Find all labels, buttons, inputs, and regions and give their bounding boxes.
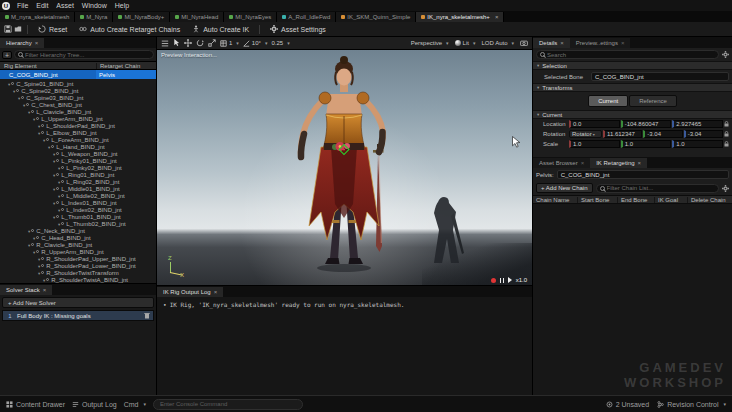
location-x-field[interactable]: 0.0	[569, 120, 620, 128]
browse-to-asset-icon[interactable]	[14, 25, 22, 33]
character-nyra[interactable]	[269, 54, 419, 279]
transforms-section-header[interactable]: Transforms	[533, 83, 732, 92]
cmd-dropdown[interactable]: Cmd	[124, 401, 146, 408]
bone-row[interactable]: L_Pinky01_BIND_jnt	[0, 157, 156, 164]
chain-column-header[interactable]: IK Goal	[654, 197, 687, 203]
scale-x-field[interactable]: 1.0	[569, 140, 620, 148]
bone-row[interactable]: R_Clavicle_BIND_jnt	[0, 241, 156, 248]
asset-tab[interactable]: M_Nyra	[75, 12, 113, 22]
tab-preview-settings[interactable]: Preview..ettings	[570, 38, 631, 48]
col-retarget-chain[interactable]: Retarget Chain	[96, 63, 156, 69]
chain-settings-icon[interactable]	[722, 185, 729, 192]
current-mode-button[interactable]: Current	[588, 95, 628, 107]
bone-row[interactable]: L_Pinky02_BIND_jnt	[0, 164, 156, 171]
asset-tab[interactable]: A_Roll_IdleFwd	[277, 12, 336, 22]
content-drawer-button[interactable]: Content Drawer	[6, 401, 65, 408]
grid-snap-toggle[interactable]: 1	[220, 40, 239, 47]
rotation-type-dropdown[interactable]: Rotator	[569, 130, 602, 138]
asset-tab[interactable]: MI_NyraEyes	[224, 12, 277, 22]
reset-button[interactable]: Reset	[33, 23, 72, 35]
rotation-z-field[interactable]: -3.04	[684, 130, 723, 138]
rotation-snap-toggle[interactable]: 10°	[243, 40, 268, 47]
save-icon[interactable]	[4, 25, 12, 33]
menu-item[interactable]: Window	[78, 2, 111, 9]
asset-tab[interactable]: MI_NyraHead	[170, 12, 224, 22]
lock-icon[interactable]	[724, 131, 729, 137]
rotate-tool-icon[interactable]	[196, 39, 204, 47]
screenshot-icon[interactable]	[520, 40, 528, 46]
chain-filter-box[interactable]	[596, 184, 719, 193]
viewport-3d[interactable]: Preview Interaction... Z X x1.0	[157, 50, 532, 285]
view-mode-dropdown[interactable]: Lit	[455, 40, 476, 46]
bone-row[interactable]: C_Head_BIND_jnt	[0, 234, 156, 241]
menu-item[interactable]: Asset	[52, 2, 78, 9]
unreal-logo-icon[interactable]: U	[2, 2, 10, 10]
bone-row[interactable]: L_UpperArm_BIND_jnt	[0, 115, 156, 122]
current-section-header[interactable]: Current	[533, 110, 732, 119]
bone-row[interactable]: L_Clavicle_BIND_jnt	[0, 108, 156, 115]
scale-y-field[interactable]: 1.0	[621, 140, 672, 148]
bone-row[interactable]: C_Chest_BIND_jnt	[0, 101, 156, 108]
col-rig-element[interactable]: Rig Element	[0, 63, 96, 69]
chain-column-header[interactable]: End Bone	[617, 197, 654, 203]
tab-solver-stack[interactable]: Solver Stack	[0, 285, 52, 295]
details-settings-icon[interactable]	[722, 51, 729, 58]
bone-row[interactable]: L_Ring01_BIND_jnt	[0, 171, 156, 178]
delete-solver-icon[interactable]	[144, 312, 150, 319]
asset-settings-button[interactable]: Asset Settings	[265, 23, 331, 35]
record-icon[interactable]	[491, 278, 496, 283]
viewport-options-icon[interactable]	[161, 40, 169, 47]
lock-icon[interactable]	[724, 141, 729, 147]
bone-row[interactable]: L_Thumb01_BIND_jnt	[0, 213, 156, 220]
asset-tab[interactable]: IK_SKM_Quinn_Simple	[336, 12, 416, 22]
scale-snap-toggle[interactable]: 0.25	[271, 40, 289, 46]
add-new-solver-button[interactable]: + Add New Solver	[2, 297, 154, 308]
pelvis-bone-value[interactable]: C_COG_BIND_jnt	[557, 170, 729, 179]
bone-row[interactable]: L_Weapon_BIND_jnt	[0, 150, 156, 157]
tab-ik-retargeting[interactable]: IK Retargeting	[590, 158, 647, 168]
bone-row[interactable]: L_Hand_BIND_jnt	[0, 143, 156, 150]
details-search-box[interactable]	[536, 50, 719, 59]
chain-column-header[interactable]: Delete Chain	[687, 197, 732, 203]
bone-row[interactable]: L_Index01_BIND_jnt	[0, 199, 156, 206]
output-log-button[interactable]: Output Log	[72, 401, 117, 408]
bone-row[interactable]: L_ForeArm_BIND_jnt	[0, 136, 156, 143]
tab-asset-browser[interactable]: Asset Browser	[533, 158, 590, 168]
menu-item[interactable]: File	[13, 2, 32, 9]
pause-icon[interactable]	[500, 278, 504, 283]
selection-section-header[interactable]: Selection	[533, 61, 732, 70]
menu-item[interactable]: Edit	[32, 2, 52, 9]
bone-row[interactable]: C_Spine03_BIND_jnt	[0, 94, 156, 101]
bone-row[interactable]: R_ShoulderPad_Lower_BIND_jnt	[0, 262, 156, 269]
asset-tab[interactable]: IK_nyra_skeletalmesh+	[416, 12, 504, 22]
bone-row[interactable]: R_UpperArm_BIND_jnt	[0, 248, 156, 255]
add-new-chain-button[interactable]: + Add New Chain	[536, 183, 593, 193]
hierarchy-filter-input[interactable]	[25, 52, 150, 58]
bone-row[interactable]: R_ShoulderPad_Upper_BIND_jnt	[0, 255, 156, 262]
tab-hierarchy[interactable]: Hierarchy	[0, 38, 44, 48]
selected-bone-value[interactable]: C_COG_BIND_jnt	[591, 72, 729, 81]
playback-speed-label[interactable]: x1.0	[516, 277, 527, 283]
chain-filter-input[interactable]	[607, 185, 715, 191]
select-tool-icon[interactable]	[173, 39, 180, 47]
rotation-y-field[interactable]: -3.04	[643, 130, 682, 138]
hierarchy-filter-box[interactable]	[14, 50, 154, 59]
lod-dropdown[interactable]: LOD Auto	[481, 40, 514, 46]
bone-row[interactable]: C_Neck_BIND_jnt	[0, 227, 156, 234]
move-tool-icon[interactable]	[184, 39, 192, 47]
bone-row[interactable]: R_ShoulderTwistTransform	[0, 269, 156, 276]
bone-row[interactable]: R_ShoulderTwistA_BIND_jnt	[0, 276, 156, 283]
bone-row[interactable]: C_Spine01_BIND_jnt	[0, 80, 156, 87]
location-y-field[interactable]: -104.860047	[621, 120, 672, 128]
lock-icon[interactable]	[724, 121, 729, 127]
retarget-root-row[interactable]: C_COG_BIND_jnt Pelvis	[0, 70, 156, 79]
rotation-x-field[interactable]: 11.612347	[603, 130, 642, 138]
bone-row[interactable]: L_ShoulderPad_BIND_jnt	[0, 122, 156, 129]
bone-row[interactable]: L_Index02_BIND_jnt	[0, 206, 156, 213]
bone-row[interactable]: C_Spine02_BIND_jnt	[0, 87, 156, 94]
bone-row[interactable]: L_Thumb02_BIND_jnt	[0, 220, 156, 227]
asset-tab[interactable]: M_nyra_skeletalmesh	[0, 12, 75, 22]
asset-tab[interactable]: MI_NyraBody+	[113, 12, 170, 22]
add-bone-settings-button[interactable]	[2, 51, 12, 59]
menu-item[interactable]: Help	[111, 2, 133, 9]
